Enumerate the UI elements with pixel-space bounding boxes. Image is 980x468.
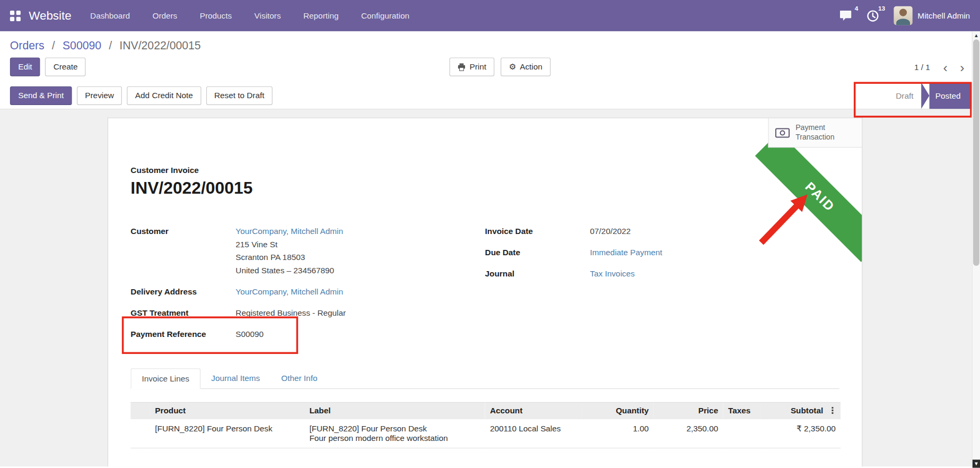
- due-date-link[interactable]: Immediate Payment: [590, 248, 662, 257]
- col-price: Price: [654, 403, 723, 419]
- field-label-gst-treatment: GST Treatment: [130, 307, 235, 320]
- row-label-line-1: [FURN_8220] Four Person Desk: [309, 424, 480, 434]
- nav-item-configuration[interactable]: Configuration: [361, 11, 409, 21]
- breadcrumb-separator: /: [109, 39, 112, 52]
- nav-item-orders[interactable]: Orders: [152, 11, 177, 21]
- control-panel: Edit Create Print ⚙ Action 1 / 1 ‹ ›: [0, 55, 980, 83]
- print-button[interactable]: Print: [450, 57, 495, 76]
- field-groups: Customer YourCompany, Mitchell Admin 215…: [130, 224, 839, 349]
- field-delivery-address: Delivery Address YourCompany, Mitchell A…: [130, 285, 485, 299]
- col-taxes: Taxes: [723, 403, 760, 419]
- field-label-payment-reference: Payment Reference: [130, 328, 235, 341]
- col-label: Label: [304, 403, 485, 419]
- tab-journal-items[interactable]: Journal Items: [200, 368, 270, 389]
- field-label-invoice-date: Invoice Date: [485, 224, 590, 238]
- messages-badge: 4: [855, 5, 859, 12]
- journal-link[interactable]: Tax Invoices: [590, 269, 635, 279]
- print-button-label: Print: [469, 62, 486, 72]
- invoice-number: INV/2022/00015: [130, 179, 839, 198]
- notebook-tabs: Invoice Lines Journal Items Other Info: [130, 368, 839, 389]
- printer-icon: [458, 63, 466, 71]
- field-label-journal: Journal: [485, 267, 590, 281]
- reset-to-draft-button[interactable]: Reset to Draft: [206, 86, 273, 106]
- field-due-date: Due Date Immediate Payment: [485, 246, 839, 259]
- content-area: Payment Transaction PAID Customer Invoic…: [0, 110, 980, 467]
- tab-other-info[interactable]: Other Info: [270, 368, 328, 389]
- scrollbar[interactable]: ▲ ▼: [972, 31, 980, 468]
- control-panel-left: Edit Create: [10, 57, 86, 76]
- scrollbar-thumb[interactable]: [973, 39, 979, 266]
- delivery-address-link[interactable]: YourCompany, Mitchell Admin: [235, 287, 343, 297]
- field-label-delivery-address: Delivery Address: [130, 285, 235, 299]
- field-invoice-date: Invoice Date 07/20/2022: [485, 224, 839, 238]
- customer-address-line-3: United States – 234567890: [235, 264, 343, 278]
- status-widget: Draft Posted: [896, 83, 980, 109]
- payment-reference-value: S00090: [235, 328, 264, 341]
- apps-grid-icon[interactable]: [10, 10, 21, 21]
- status-stage-draft[interactable]: Draft: [896, 91, 913, 101]
- field-customer: Customer YourCompany, Mitchell Admin 215…: [130, 224, 485, 277]
- avatar: [894, 6, 913, 25]
- row-label-cell: [FURN_8220] Four Person Desk Four person…: [304, 419, 485, 448]
- messages-button[interactable]: 4: [839, 10, 852, 21]
- edit-button[interactable]: Edit: [10, 57, 40, 76]
- nav-menu: Dashboard Orders Products Visitors Repor…: [90, 11, 409, 21]
- activities-button[interactable]: 13: [867, 10, 879, 21]
- status-arrow-icon: [921, 83, 929, 109]
- subtotal-header-label: Subtotal: [791, 406, 823, 415]
- pager-next-button[interactable]: ›: [955, 60, 970, 74]
- field-journal: Journal Tax Invoices: [485, 267, 839, 281]
- invoice-sheet: Payment Transaction PAID Customer Invoic…: [108, 118, 863, 467]
- sheet-body: Customer Invoice INV/2022/00015 Customer…: [108, 118, 862, 466]
- field-group-left: Customer YourCompany, Mitchell Admin 215…: [130, 224, 485, 349]
- table-row[interactable]: [FURN_8220] Four Person Desk [FURN_8220]…: [130, 419, 841, 448]
- field-label-due-date: Due Date: [485, 246, 590, 259]
- control-panel-center: Print ⚙ Action: [86, 57, 914, 76]
- col-quantity: Quantity: [581, 403, 654, 419]
- scroll-down-button[interactable]: ▼: [973, 460, 980, 467]
- pager-previous-button[interactable]: ‹: [938, 60, 953, 74]
- customer-address-line-1: 215 Vine St: [235, 238, 343, 251]
- col-subtotal: Subtotal ⋮: [760, 403, 841, 419]
- nav-item-visitors[interactable]: Visitors: [255, 11, 281, 21]
- payment-transaction-button[interactable]: Payment Transaction: [768, 118, 862, 148]
- scroll-up-button[interactable]: ▲: [973, 31, 980, 39]
- gear-icon: ⚙: [509, 62, 516, 72]
- nav-right-section: 4 13 Mitchell Admin: [839, 6, 970, 25]
- invoice-date-value: 07/20/2022: [590, 224, 631, 238]
- user-menu[interactable]: Mitchell Admin: [894, 6, 970, 25]
- create-button[interactable]: Create: [45, 57, 86, 76]
- action-button[interactable]: ⚙ Action: [501, 57, 550, 76]
- tab-invoice-lines[interactable]: Invoice Lines: [130, 368, 200, 389]
- send-and-print-button[interactable]: Send & Print: [10, 86, 72, 106]
- customer-link[interactable]: YourCompany, Mitchell Admin: [235, 227, 343, 236]
- statusbar-row: Send & Print Preview Add Credit Note Res…: [0, 83, 980, 110]
- add-credit-note-button[interactable]: Add Credit Note: [127, 86, 202, 106]
- chevron-right-icon: ›: [960, 60, 964, 74]
- optional-columns-button[interactable]: ⋮: [828, 405, 837, 415]
- breadcrumb-orders-link[interactable]: Orders: [10, 39, 45, 52]
- invoice-lines-table: Product Label Account Quantity Price Tax…: [130, 402, 841, 448]
- payment-transaction-label: Payment Transaction: [795, 123, 855, 142]
- status-stage-posted[interactable]: Posted: [929, 83, 972, 109]
- row-taxes-cell: [723, 419, 760, 448]
- nav-item-reporting[interactable]: Reporting: [303, 11, 338, 21]
- breadcrumb-sale-order-link[interactable]: S00090: [63, 39, 101, 52]
- money-bill-icon: [775, 127, 790, 138]
- row-label-line-2: Four person modern office workstation: [309, 434, 480, 443]
- row-price-cell: 2,350.00: [654, 419, 723, 448]
- odoo-app-window: Website Dashboard Orders Products Visito…: [0, 0, 980, 468]
- row-product-cell: [FURN_8220] Four Person Desk: [150, 419, 304, 448]
- pager-counter: 1 / 1: [914, 62, 930, 72]
- field-gst-treatment: GST Treatment Registered Business - Regu…: [130, 307, 485, 320]
- app-name[interactable]: Website: [29, 8, 71, 22]
- gst-treatment-value: Registered Business - Regular: [235, 307, 346, 320]
- nav-item-products[interactable]: Products: [200, 11, 232, 21]
- table-header-row: Product Label Account Quantity Price Tax…: [130, 403, 841, 419]
- nav-item-dashboard[interactable]: Dashboard: [90, 11, 130, 21]
- col-account: Account: [485, 403, 581, 419]
- field-payment-reference: Payment Reference S00090: [130, 328, 485, 341]
- chevron-left-icon: ‹: [943, 60, 947, 74]
- action-button-label: Action: [520, 62, 542, 72]
- preview-button[interactable]: Preview: [77, 86, 122, 106]
